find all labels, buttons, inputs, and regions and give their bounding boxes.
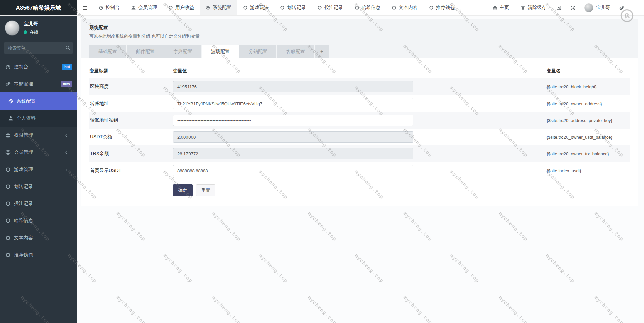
sidebar-item[interactable]: 推荐钱包 <box>0 246 77 263</box>
page-title: 系统配置 <box>89 25 630 31</box>
var-name: {$site.trc20_owner_trx_balance} <box>547 151 630 156</box>
config-panel: 系统配置 可以在此增改系统的变量和分组,也可以自定义分组和变量 基础配置邮件配置… <box>81 19 638 206</box>
sidebar-item[interactable]: 投注记录 <box>0 195 77 212</box>
navbar-item[interactable]: 文本内容 <box>386 0 423 15</box>
watermark-text: mycheng.top <box>544 253 576 284</box>
navbar-item[interactable]: 哈希信息 <box>349 0 386 15</box>
watermark-text: mycheng.top <box>211 211 242 243</box>
sidebar-item[interactable]: 划转记录 <box>0 178 77 195</box>
col-header-title: 变量标题 <box>89 68 173 74</box>
search-icon[interactable] <box>65 45 70 50</box>
config-tab[interactable]: 波场配置 <box>202 45 239 58</box>
navbar-item-label: 系统配置 <box>213 5 231 11</box>
sidebar-item-label: 推荐钱包 <box>14 252 33 258</box>
circle-icon <box>5 167 11 172</box>
config-tab[interactable]: 字典配置 <box>164 45 201 58</box>
circle-icon <box>243 5 248 10</box>
search-input[interactable] <box>4 42 73 54</box>
chevron-left-icon <box>64 133 69 137</box>
circle-icon <box>5 235 11 241</box>
sidebar-item[interactable]: 权限管理 <box>0 127 77 144</box>
sidebar-item[interactable]: 会员管理 <box>0 144 77 161</box>
watermark-text: mycheng.top <box>497 211 529 243</box>
config-tab[interactable]: 基础配置 <box>89 45 126 58</box>
circle-icon <box>5 184 11 189</box>
circle-icon <box>5 218 11 223</box>
fullscreen-icon <box>570 5 575 10</box>
sidebar-item[interactable]: 文本内容 <box>0 229 77 246</box>
navbar-item-label: 推荐钱包 <box>436 5 455 11</box>
avatar <box>584 3 593 12</box>
form-actions: 确定 重置 <box>89 184 630 196</box>
var-value-cell <box>173 115 413 126</box>
language-button[interactable] <box>552 0 566 15</box>
navbar-item[interactable]: 用户收益 <box>163 0 200 15</box>
watermark-text: mycheng.top <box>593 295 625 323</box>
gear-icon <box>206 5 210 10</box>
avatar <box>5 20 20 36</box>
sidebar-item-label: 会员管理 <box>14 149 33 155</box>
sidebar-item-label: 常规管理 <box>14 81 33 87</box>
sidebar-item[interactable]: 游戏管理 <box>0 161 77 178</box>
settings-button[interactable] <box>615 0 629 15</box>
add-tab-button[interactable]: + <box>315 45 329 58</box>
sidebar-item[interactable]: 常规管理new <box>0 75 77 92</box>
navbar-item[interactable]: 划转记录 <box>274 0 312 15</box>
navbar-item[interactable]: 系统配置 <box>200 0 237 15</box>
sidebar-item-label: 文本内容 <box>14 235 33 241</box>
watermark-text: mycheng.top <box>162 253 194 284</box>
language-icon <box>556 5 561 10</box>
config-tab[interactable]: 邮件配置 <box>127 45 164 58</box>
var-value-input[interactable] <box>173 98 413 109</box>
circle-icon <box>392 5 396 10</box>
fullscreen-button[interactable] <box>566 0 580 15</box>
circle-icon <box>429 5 434 10</box>
gears-icon <box>619 5 624 10</box>
table-row: 转账地址{$site.trc20_owner_address} <box>89 95 630 112</box>
clear-cache-button[interactable]: 清除缓存 <box>515 0 552 15</box>
navbar-item[interactable]: 推荐钱包 <box>423 0 461 15</box>
var-value-input[interactable] <box>173 115 413 126</box>
watermark-text: mycheng.top <box>115 295 147 323</box>
dashboard-icon <box>99 5 103 10</box>
page-subtitle: 可以在此增改系统的变量和分组,也可以自定义分组和变量 <box>89 33 630 39</box>
user-menu[interactable]: 宝儿哥 <box>580 0 615 15</box>
sidebar-item[interactable]: 哈希信息 <box>0 212 77 229</box>
reset-button[interactable]: 重置 <box>196 184 215 196</box>
col-header-value: 变量值 <box>173 68 413 74</box>
menu-search <box>4 42 73 54</box>
watermark-text: mycheng.top <box>306 211 338 243</box>
chevron-left-icon <box>64 168 69 172</box>
sidebar-item-label: 个人资料 <box>17 115 36 121</box>
home-link[interactable]: 主页 <box>487 0 515 15</box>
sidebar-item-label: 投注记录 <box>14 201 33 207</box>
sidebar-menu: 控制台hot常规管理new系统配置个人资料权限管理会员管理游戏管理划转记录投注记… <box>0 58 77 263</box>
watermark-text: mycheng.top <box>306 295 338 323</box>
var-value-input <box>173 131 413 143</box>
navbar-item[interactable]: 游戏玩法 <box>237 0 274 15</box>
sidebar-item[interactable]: 控制台hot <box>0 58 77 75</box>
var-name: {$site.index_usdt} <box>547 168 630 173</box>
sidebar-toggle-button[interactable] <box>77 0 93 15</box>
submit-button[interactable]: 确定 <box>173 184 193 196</box>
main-content: 系统配置 可以在此增改系统的变量和分组,也可以自定义分组和变量 基础配置邮件配置… <box>77 0 644 206</box>
navbar-item[interactable]: 会员管理 <box>125 0 163 15</box>
var-value-input[interactable] <box>173 165 413 176</box>
config-tab[interactable]: 分销配置 <box>239 45 276 58</box>
watermark-text: mycheng.top <box>497 295 529 323</box>
sidebar-item[interactable]: 个人资料 <box>0 110 77 127</box>
users-icon <box>5 133 11 138</box>
table-header: 变量标题 变量值 变量名 <box>89 65 630 78</box>
brand-logo: A8567哈希娱乐城 <box>0 0 77 15</box>
navbar-item-label: 用户收益 <box>175 5 194 11</box>
sidebar-item[interactable]: 系统配置 <box>0 92 77 110</box>
config-tab[interactable]: 客服配置 <box>277 45 314 58</box>
navbar-item[interactable]: 投注记录 <box>312 0 349 15</box>
navbar-item[interactable]: 控制台 <box>93 0 125 15</box>
sidebar: 宝儿哥 在线 控制台hot常规管理new系统配置个人资料权限管理会员管理游戏管理… <box>0 16 77 323</box>
watermark-text: mycheng.top <box>449 253 480 284</box>
table-row: TRX余额{$site.trc20_owner_trx_balance} <box>89 145 630 162</box>
var-value-input <box>173 148 413 159</box>
var-value-cell <box>173 165 413 176</box>
var-title: 首页显示USDT <box>89 168 173 174</box>
